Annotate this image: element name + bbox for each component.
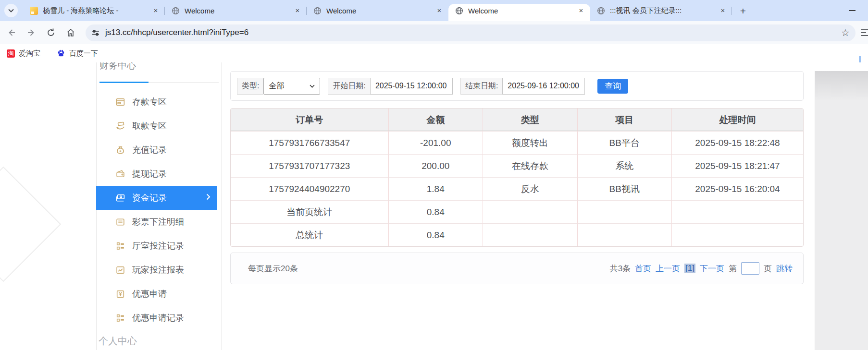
browser-window: 杨雪儿 - 海燕策略论坛 - × Welcome × Welcome × Wel…: [0, 0, 868, 350]
end-date-label: 结束日期:: [460, 78, 502, 95]
cell-project: 系统: [577, 154, 672, 177]
sidebar-item-withdrawal-record[interactable]: 提现记录: [96, 162, 221, 186]
start-date-input[interactable]: 2025-09-15 12:00:00: [370, 78, 453, 95]
money-bag-icon: ¥: [115, 145, 125, 155]
detail-list-icon: [115, 313, 125, 323]
table-row: 1757931766733547 -201.00 额度转出 BB平台 2025-…: [231, 131, 803, 154]
sidebar-item-label: 提现记录: [132, 168, 167, 180]
sidebar-tab-underline: [99, 82, 219, 83]
bookmark-label: 百度一下: [69, 49, 98, 58]
site-settings-icon[interactable]: [91, 28, 100, 37]
tab-video-bet-record[interactable]: :::视讯 会员下注纪录::: ×: [590, 0, 732, 21]
sidebar-item-label: 优惠申请记录: [132, 312, 184, 324]
sidebar-item-player-bet-report[interactable]: 玩家投注报表: [96, 258, 221, 282]
tab-welcome-1[interactable]: Welcome ×: [165, 0, 307, 21]
back-arrow-icon: [7, 28, 16, 37]
deposit-card-icon: [115, 97, 125, 107]
cell-empty: [483, 200, 577, 223]
sidebar-item-label: 优惠申请: [132, 288, 167, 300]
funds-record-table: 订单号 金额 类型 项目 处理时间 1757931766733547 -201.…: [230, 108, 804, 247]
tab-list: 杨雪儿 - 海燕策略论坛 - × Welcome × Welcome × Wel…: [23, 0, 732, 21]
url-text[interactable]: js13.cc/hhcp/usercenter.html?iniType=6: [105, 28, 837, 37]
jump-prefix-text: 第: [729, 263, 737, 274]
sidebar-item-label: 玩家投注报表: [132, 264, 184, 276]
prev-page-link[interactable]: 上一页: [656, 263, 680, 274]
bookmark-star-icon[interactable]: ☆: [841, 27, 850, 38]
cell-empty: [577, 223, 672, 246]
globe-icon: [313, 7, 322, 15]
tab-welcome-active[interactable]: Welcome ×: [448, 0, 590, 21]
funds-cards-icon: [115, 193, 125, 203]
type-select[interactable]: 全部: [263, 78, 320, 95]
tab-forum[interactable]: 杨雪儿 - 海燕策略论坛 - ×: [23, 0, 165, 21]
home-button[interactable]: [62, 24, 79, 41]
chevron-down-icon: [8, 9, 14, 12]
tab-search-button[interactable]: [4, 4, 18, 17]
start-date-label: 开始日期:: [328, 78, 370, 95]
table-row-total-summary: 总统计 0.84: [231, 223, 803, 246]
tab-close-icon[interactable]: ×: [293, 6, 302, 15]
sidebar-item-label: 取款专区: [132, 120, 167, 132]
cell-amount: 1.84: [388, 177, 483, 200]
baidu-icon: [57, 49, 65, 58]
reload-button[interactable]: [43, 24, 59, 41]
withdraw-hand-icon: [115, 121, 125, 131]
tab-strip: 杨雪儿 - 海燕策略论坛 - × Welcome × Welcome × Wel…: [0, 0, 868, 21]
right-background-strip: [815, 71, 868, 350]
select-caret-icon: [310, 84, 315, 88]
tab-close-icon[interactable]: ×: [577, 6, 585, 15]
tab-title: Welcome: [185, 7, 293, 15]
cell-summary-label: 总统计: [231, 223, 388, 246]
bookmark-label: 爱淘宝: [19, 49, 40, 58]
tab-welcome-2[interactable]: Welcome ×: [307, 0, 448, 21]
tab-title: Welcome: [326, 7, 435, 15]
table-row-page-summary: 当前页统计 0.84: [231, 200, 803, 223]
doc-favicon-icon: [30, 7, 38, 15]
page-jump-input[interactable]: [741, 262, 759, 275]
browser-toolbar: js13.cc/hhcp/usercenter.html?iniType=6 ☆: [0, 21, 868, 44]
sidebar-item-recharge-record[interactable]: ¥ 充值记录: [96, 138, 221, 162]
wallet-icon: [115, 169, 125, 179]
sidebar-item-deposit-zone[interactable]: 存款专区: [96, 90, 221, 114]
query-button[interactable]: 查询: [597, 79, 628, 94]
jump-button[interactable]: 跳转: [776, 263, 793, 274]
tab-close-icon[interactable]: ×: [435, 6, 444, 15]
start-date-group: 开始日期: 2025-09-15 12:00:00: [328, 78, 452, 95]
sidebar-item-funds-record[interactable]: 资金记录: [96, 186, 217, 210]
globe-icon: [455, 7, 463, 15]
table-row: 1757924404902270 1.84 反水 BB视讯 2025-09-15…: [231, 177, 803, 200]
tab-close-icon[interactable]: ×: [151, 6, 160, 15]
cell-proc-time: 2025-09-15 16:20:04: [671, 177, 803, 200]
type-label: 类型:: [237, 78, 263, 95]
detail-list-icon: [115, 241, 125, 251]
side-panel-icon[interactable]: [860, 28, 868, 37]
sidebar-section-finance: 财务中心: [99, 62, 136, 71]
minimize-button[interactable]: [846, 6, 858, 15]
sidebar-item-promo-apply[interactable]: 优惠申请: [96, 282, 221, 306]
first-page-link[interactable]: 首页: [635, 263, 651, 274]
sidebar-item-room-bet-record[interactable]: 厅室投注记录: [96, 234, 221, 258]
new-tab-button[interactable]: +: [736, 4, 750, 18]
table-row: 1757931707177323 200.00 在线存款 系统 2025-09-…: [231, 154, 803, 177]
back-button[interactable]: [3, 24, 20, 41]
sidebar-item-withdraw-zone[interactable]: 取款专区: [96, 114, 221, 138]
end-date-group: 结束日期: 2025-09-16 12:00:00: [460, 78, 585, 95]
minimize-icon: [849, 10, 856, 11]
bookmark-baidu[interactable]: 百度一下: [57, 49, 98, 58]
forward-button[interactable]: [23, 24, 39, 41]
end-date-input[interactable]: 2025-09-16 12:00:00: [502, 78, 585, 95]
sidebar-item-label: 厅室投注记录: [132, 240, 184, 252]
sidebar-item-lottery-bet-detail[interactable]: 彩票下注明细: [96, 210, 221, 234]
globe-icon: [597, 7, 605, 15]
address-bar[interactable]: js13.cc/hhcp/usercenter.html?iniType=6 ☆: [86, 24, 856, 41]
sidebar-right-divider: [221, 62, 222, 350]
cell-project: BB平台: [577, 131, 672, 154]
bookmark-aitaobao[interactable]: 淘 爱淘宝: [7, 49, 40, 58]
taobao-icon: 淘: [7, 49, 15, 58]
col-header-amount: 金额: [388, 109, 483, 131]
tab-close-icon[interactable]: ×: [719, 6, 727, 15]
sidebar-item-promo-apply-record[interactable]: 优惠申请记录: [96, 306, 221, 330]
next-page-link[interactable]: 下一页: [700, 263, 724, 274]
current-page-indicator: [1]: [684, 264, 695, 273]
forward-arrow-icon: [26, 28, 36, 37]
